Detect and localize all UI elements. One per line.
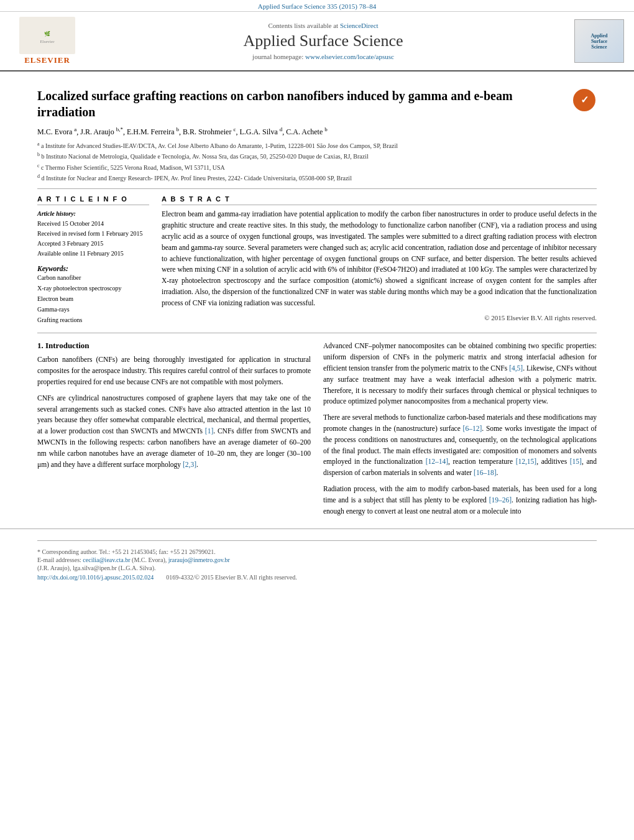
ref-19-26[interactable]: [19–26] [489, 496, 512, 504]
ref-6-12[interactable]: [6–12] [463, 425, 482, 432]
homepage-line: journal homepage: www.elsevier.com/locat… [85, 53, 562, 60]
ref-15[interactable]: [15] [570, 458, 582, 465]
affil-a: a a Institute for Advanced Studies-IEAV/… [37, 141, 562, 150]
journal-name: Applied Surface Science [85, 32, 562, 50]
corresponding-footnote: * Corresponding author. Tel.: +55 21 214… [37, 548, 597, 555]
ref-12-14[interactable]: [12–14] [426, 458, 448, 465]
svg-text:Elsevier: Elsevier [40, 39, 55, 44]
journal-top-bar: Applied Surface Science 335 (2015) 78–84 [0, 0, 634, 12]
issn-line: 0169-4332/© 2015 Elsevier B.V. All right… [166, 574, 296, 581]
intro-para-2: CNFs are cylindrical nanostructures comp… [37, 393, 311, 471]
paper-content: Localized surface grafting reactions on … [0, 72, 634, 528]
right-body-col: Advanced CNF–polymer nanocomposites can … [323, 341, 597, 522]
right-para-3: Radiation process, with the aim to modif… [323, 484, 597, 517]
received-date: Received 15 October 2014 [37, 219, 149, 229]
email-label: E-mail addresses: [37, 556, 81, 563]
journal-header: 🌿 Elsevier ELSEVIER Contents lists avail… [0, 12, 634, 72]
right-para-1: Advanced CNF–polymer nanocomposites can … [323, 341, 597, 407]
abstract-text: Electron beam and gamma-ray irradiation … [162, 209, 597, 308]
keyword-3: Electron beam [37, 293, 149, 304]
journal-thumb-area: AppliedSurfaceScience [562, 19, 624, 63]
email-link-2[interactable]: jraraujo@inmetro.gov.br [168, 556, 230, 563]
elsevier-logo-area: 🌿 Elsevier ELSEVIER [10, 17, 85, 65]
article-title: Localized surface grafting reactions on … [37, 88, 562, 120]
intro-number: 1. [37, 341, 44, 350]
affil-d: d d Institute for Nuclear and Energy Res… [37, 173, 562, 183]
available-date: Available online 11 February 2015 [37, 249, 149, 259]
intro-para-1: Carbon nanofibers (CNFs) are being thoro… [37, 354, 311, 387]
left-body-col: 1. Introduction Carbon nanofibers (CNFs)… [37, 341, 311, 522]
email-footnote-2: (J.R. Araujo), lga.silva@ipen.br (L.G.A.… [37, 565, 597, 571]
sciencedirect-line: Contents lists available at ScienceDirec… [85, 22, 562, 29]
email-link-1[interactable]: cecilia@ieav.cta.br [83, 556, 130, 563]
journal-citation: Applied Surface Science 335 (2015) 78–84 [258, 2, 376, 10]
copyright-line: © 2015 Elsevier B.V. All rights reserved… [162, 314, 597, 321]
affiliations: a a Institute for Advanced Studies-IEAV/… [37, 141, 562, 183]
svg-text:✓: ✓ [581, 95, 589, 105]
keyword-1: Carbon nanofiber [37, 272, 149, 283]
article-info-abstract-section: A R T I C L E I N F O Article history: R… [37, 195, 597, 325]
homepage-link[interactable]: www.elsevier.com/locate/apsusc [305, 53, 394, 60]
sciencedirect-link[interactable]: ScienceDirect [340, 22, 379, 29]
paper-footer: * Corresponding author. Tel.: +55 21 214… [0, 528, 634, 587]
article-history: Article history: Received 15 October 201… [37, 209, 149, 259]
section-divider [37, 333, 597, 333]
keyword-5: Grafting reactions [37, 315, 149, 325]
crossmark-badge[interactable]: ✓ [572, 88, 597, 113]
ref-12-15[interactable]: [12,15] [516, 458, 537, 465]
history-label: Article history: [37, 209, 149, 219]
article-title-text: Localized surface grafting reactions on … [37, 88, 562, 183]
svg-text:🌿: 🌿 [44, 30, 50, 37]
keywords-label: Keywords: [37, 265, 149, 272]
article-title-section: Localized surface grafting reactions on … [37, 78, 597, 189]
elsevier-tree-icon: 🌿 Elsevier [19, 17, 75, 54]
body-two-col: 1. Introduction Carbon nanofibers (CNFs)… [37, 341, 597, 522]
doi-link[interactable]: http://dx.doi.org/10.1016/j.apsusc.2015.… [37, 574, 154, 581]
revised-date: Received in revised form 1 February 2015 [37, 229, 149, 239]
ref-4-5[interactable]: [4,5] [509, 364, 523, 372]
ref-16-18[interactable]: [16–18] [474, 469, 496, 476]
elsevier-label: ELSEVIER [24, 55, 70, 65]
accepted-date: Accepted 3 February 2015 [37, 239, 149, 249]
footer-links: http://dx.doi.org/10.1016/j.apsusc.2015.… [37, 574, 597, 581]
journal-thumbnail: AppliedSurfaceScience [574, 19, 624, 63]
email-footnote: E-mail addresses: cecilia@ieav.cta.br (M… [37, 556, 597, 563]
intro-heading: 1. Introduction [37, 341, 311, 351]
keyword-2: X-ray photoelectron spectroscopy [37, 283, 149, 293]
article-info-col: A R T I C L E I N F O Article history: R… [37, 195, 149, 325]
keywords-section: Keywords: Carbon nanofiber X-ray photoel… [37, 265, 149, 325]
journal-header-center: Contents lists available at ScienceDirec… [85, 22, 562, 60]
right-para-2: There are several methods to functionali… [323, 412, 597, 479]
article-info-header: A R T I C L E I N F O [37, 195, 149, 205]
footer-divider [37, 540, 597, 541]
authors-line: M.C. Evora a, J.R. Araujo b,*, E.H.M. Fe… [37, 126, 562, 137]
ref-1[interactable]: [1] [205, 427, 213, 435]
abstract-col: A B S T R A C T Electron beam and gamma-… [162, 195, 597, 325]
affil-b: b b Instituto Nacional de Metrologia, Qu… [37, 151, 562, 161]
keyword-4: Gamma-rays [37, 304, 149, 315]
affil-c: c c Thermo Fisher Scientific, 5225 Veron… [37, 162, 562, 172]
intro-heading-text: Introduction [45, 341, 90, 350]
abstract-header: A B S T R A C T [162, 195, 597, 205]
ref-2-3[interactable]: [2,3] [183, 461, 196, 468]
